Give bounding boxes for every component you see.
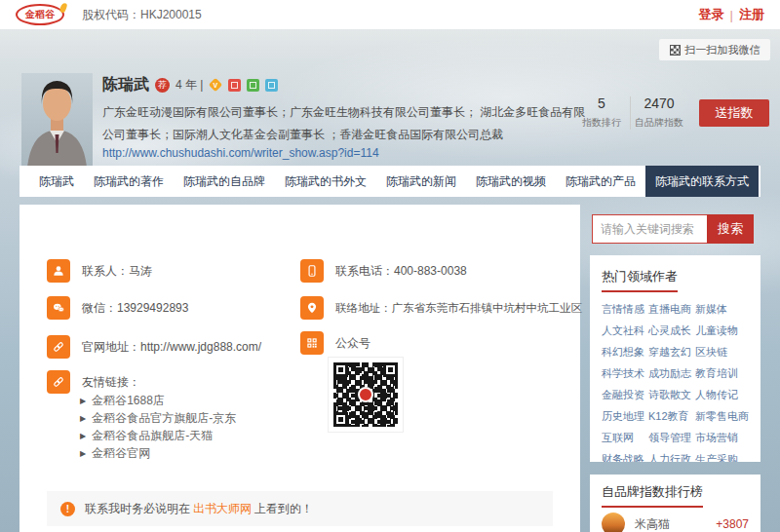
profile-photo bbox=[21, 73, 93, 167]
friend-links-list: 金稻谷1688店金稻谷食品官方旗舰店-京东金稻谷食品旗舰店-天猫金稻谷官网 bbox=[80, 392, 236, 462]
qr-icon bbox=[670, 45, 681, 56]
author-tag[interactable]: 市场营销 bbox=[695, 431, 749, 445]
author-tag[interactable]: 历史地理 bbox=[602, 409, 644, 424]
auth-divider: | bbox=[730, 8, 733, 22]
contact-notice-bar: ! 联系我时务必说明在出书大师网上看到的！ bbox=[47, 491, 553, 526]
friend-links-item: 友情链接： bbox=[47, 370, 140, 394]
brand-index-ranking-card: 自品牌指数排行榜 米高猫 +3807 bbox=[590, 475, 760, 532]
friend-links-label: 友情链接： bbox=[82, 374, 140, 391]
red-badge-icon bbox=[228, 79, 241, 92]
author-tag[interactable]: 财务战略 bbox=[602, 452, 644, 462]
official-account-qr-code bbox=[328, 357, 404, 433]
author-tag[interactable]: 穿越玄幻 bbox=[648, 345, 691, 360]
author-tag[interactable]: 成功励志 bbox=[648, 366, 691, 381]
sidebar-search: 搜索 bbox=[592, 214, 754, 244]
ranking-author-name[interactable]: 米高猫 bbox=[635, 516, 716, 532]
stock-code-label: 股权代码：HKJ200015 bbox=[82, 7, 202, 23]
author-tag[interactable]: 教育培训 bbox=[695, 366, 749, 381]
author-tag[interactable]: 金融投资 bbox=[602, 388, 644, 402]
author-tag[interactable]: 科幻想象 bbox=[602, 345, 644, 360]
notice-text: 联系我时务必说明在出书大师网上看到的！ bbox=[85, 501, 313, 517]
author-tag[interactable]: 心灵成长 bbox=[648, 323, 691, 338]
wechat-icon bbox=[47, 296, 70, 320]
author-tag[interactable]: 人物传记 bbox=[695, 388, 749, 402]
profile-description: 广东金旺动漫国际有限公司董事长；广东金旺生物科技有限公司董事长； 湖北金多旺食品… bbox=[102, 101, 585, 146]
search-input[interactable] bbox=[592, 214, 707, 244]
recommended-badge-icon: 荐 bbox=[155, 78, 170, 93]
contact-card: 联系人：马涛 联系电话：400-883-0038 微信：13929492893 … bbox=[20, 205, 580, 532]
warning-icon: ! bbox=[60, 502, 75, 516]
author-tag[interactable]: 科学技术 bbox=[602, 366, 644, 381]
topbar: 金稻谷 股权代码：HKJ200015 登录 | 注册 bbox=[0, 0, 780, 29]
site-name-link[interactable]: 出书大师网 bbox=[193, 502, 252, 515]
brand-index-label: 自品牌指数 bbox=[631, 116, 687, 130]
author-tag[interactable]: 新零售电商 bbox=[695, 409, 749, 424]
profile-tab[interactable]: 陈瑞武的书外文 bbox=[275, 166, 376, 197]
friend-link[interactable]: 金稻谷官网 bbox=[80, 444, 236, 462]
author-tag[interactable]: 直播电商 bbox=[648, 302, 691, 317]
official-account-label: 公众号 bbox=[335, 335, 370, 352]
scan-wechat-button[interactable]: 扫一扫加我微信 bbox=[659, 39, 770, 60]
author-tag[interactable]: 诗歌散文 bbox=[648, 388, 691, 402]
profile-tab[interactable]: 陈瑞武的产品 bbox=[556, 166, 645, 197]
avatar bbox=[602, 513, 625, 532]
link-icon bbox=[47, 335, 70, 359]
friend-link[interactable]: 金稻谷食品旗舰店-天猫 bbox=[80, 427, 236, 444]
description-line1: 广东金旺动漫国际有限公司董事长；广东金旺生物科技有限公司董事长； 湖北金多旺食品… bbox=[102, 101, 585, 124]
search-button[interactable]: 搜索 bbox=[707, 214, 754, 244]
qr-finder bbox=[333, 412, 348, 427]
contact-website-item: 官网地址：http://www.jdg888.com/ bbox=[47, 335, 261, 359]
register-link[interactable]: 注册 bbox=[739, 6, 764, 23]
qrcode-icon bbox=[300, 331, 324, 355]
author-tag[interactable]: 新媒体 bbox=[695, 302, 749, 317]
friend-link[interactable]: 金稻谷食品官方旗舰店-京东 bbox=[80, 409, 236, 427]
qr-logo-dot bbox=[358, 387, 373, 402]
profile-nav: 陈瑞武陈瑞武的著作陈瑞武的自品牌陈瑞武的书外文陈瑞武的新闻陈瑞武的视频陈瑞武的产… bbox=[20, 166, 760, 197]
link-icon bbox=[47, 370, 70, 394]
profile-url-link[interactable]: http://www.chushudashi.com/writer_show.a… bbox=[102, 146, 379, 160]
profile-tab[interactable]: 陈瑞武的新闻 bbox=[376, 166, 466, 197]
send-index-button[interactable]: 送指数 bbox=[699, 99, 769, 127]
contact-person-item: 联系人：马涛 bbox=[47, 259, 152, 283]
profile-tab[interactable]: 陈瑞武的视频 bbox=[466, 166, 556, 197]
brand-index-stat: 2470 自品牌指数 bbox=[631, 95, 687, 130]
profile-years: 4 年 | bbox=[176, 77, 203, 94]
author-tag[interactable]: 儿童读物 bbox=[695, 323, 749, 338]
profile-name: 陈瑞武 bbox=[102, 75, 149, 95]
scan-wechat-label: 扫一扫加我微信 bbox=[685, 43, 760, 57]
profile-tab[interactable]: 陈瑞武 bbox=[29, 166, 84, 197]
index-rank-stat: 5 指数排行 bbox=[573, 95, 630, 130]
site-logo[interactable]: 金稻谷 bbox=[16, 4, 64, 25]
blue-badge-icon bbox=[265, 79, 278, 92]
auth-links: 登录 | 注册 bbox=[699, 6, 764, 23]
contact-wechat-item: 微信：13929492893 bbox=[47, 296, 188, 320]
vip-badge-icon: V bbox=[209, 78, 222, 92]
profile-tab[interactable]: 陈瑞武的自品牌 bbox=[174, 166, 275, 197]
index-rank-value: 5 bbox=[573, 95, 630, 111]
green-badge-icon bbox=[247, 79, 259, 92]
author-tag[interactable]: K12教育 bbox=[648, 409, 691, 424]
profile-name-row: 陈瑞武 荐 4 年 | V bbox=[102, 76, 278, 94]
author-tag[interactable]: 领导管理 bbox=[648, 431, 691, 445]
author-tag[interactable]: 区块链 bbox=[695, 345, 749, 360]
ranking-row: 米高猫 +3807 bbox=[602, 513, 749, 532]
contact-address-text: 联络地址：广东省东莞市石排镇中坑村中坑工业区 bbox=[335, 301, 582, 316]
contact-website-text[interactable]: 官网地址：http://www.jdg888.com/ bbox=[82, 339, 261, 356]
login-link[interactable]: 登录 bbox=[699, 6, 724, 23]
brand-index-value: 2470 bbox=[631, 95, 687, 111]
friend-link[interactable]: 金稻谷1688店 bbox=[80, 392, 236, 409]
contact-wechat-text: 微信：13929492893 bbox=[82, 300, 188, 317]
author-tag[interactable]: 人文社科 bbox=[602, 323, 644, 338]
profile-tab[interactable]: 陈瑞武的著作 bbox=[84, 166, 174, 197]
official-account-item: 公众号 bbox=[300, 331, 370, 355]
person-icon bbox=[47, 259, 70, 283]
author-tag[interactable]: 人力行政 bbox=[648, 452, 691, 462]
qr-finder bbox=[383, 362, 398, 377]
author-tag[interactable]: 互联网 bbox=[602, 431, 644, 445]
contact-address-item: 联络地址：广东省东莞市石排镇中坑村中坑工业区 bbox=[300, 296, 582, 320]
index-rank-label: 指数排行 bbox=[573, 116, 630, 130]
ranking-title: 自品牌指数排行榜 bbox=[602, 483, 703, 508]
author-tag[interactable]: 生产采购 bbox=[695, 452, 749, 462]
author-tag[interactable]: 言情情感 bbox=[602, 302, 644, 317]
profile-tab[interactable]: 陈瑞武的联系方式 bbox=[645, 166, 759, 197]
